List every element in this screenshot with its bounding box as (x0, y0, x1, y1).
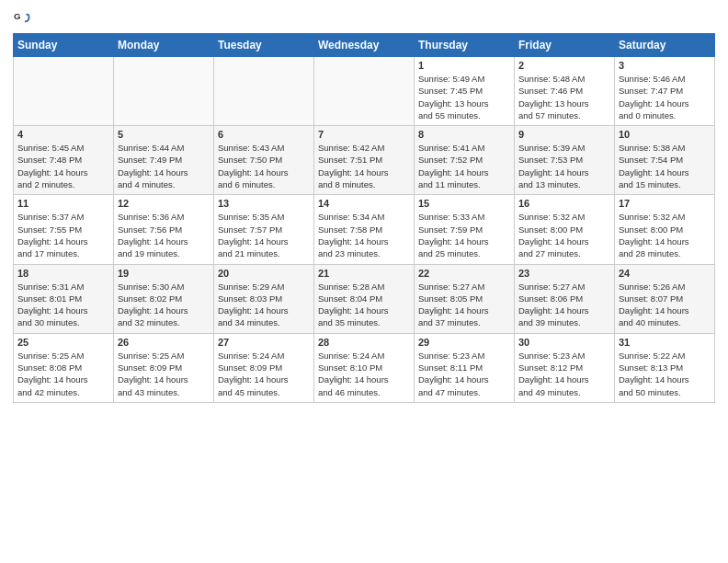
day-number: 16 (518, 198, 610, 209)
day-number: 26 (118, 337, 210, 348)
calendar-cell: 25Sunrise: 5:25 AMSunset: 8:08 PMDayligh… (14, 333, 114, 402)
week-row-3: 11Sunrise: 5:37 AMSunset: 7:55 PMDayligh… (14, 195, 715, 264)
day-number: 22 (418, 268, 510, 279)
day-info: Sunrise: 5:22 AMSunset: 8:13 PMDaylight:… (619, 350, 711, 398)
day-number: 1 (418, 60, 510, 71)
calendar-cell (314, 57, 415, 126)
logo: G (13, 9, 32, 26)
day-number: 21 (318, 268, 410, 279)
calendar-cell: 2Sunrise: 5:48 AMSunset: 7:46 PMDaylight… (515, 57, 615, 126)
day-info: Sunrise: 5:27 AMSunset: 8:05 PMDaylight:… (418, 281, 510, 329)
day-info: Sunrise: 5:34 AMSunset: 7:58 PMDaylight:… (318, 211, 410, 259)
calendar-cell (214, 57, 314, 126)
day-number: 5 (118, 129, 210, 140)
day-info: Sunrise: 5:23 AMSunset: 8:11 PMDaylight:… (418, 350, 510, 398)
calendar-cell: 6Sunrise: 5:43 AMSunset: 7:50 PMDaylight… (214, 126, 314, 195)
day-info: Sunrise: 5:32 AMSunset: 8:00 PMDaylight:… (619, 211, 711, 259)
calendar-cell: 31Sunrise: 5:22 AMSunset: 8:13 PMDayligh… (615, 333, 715, 402)
page: G SundayMondayTuesdayWednesdayThursdayFr… (0, 0, 728, 563)
day-info: Sunrise: 5:33 AMSunset: 7:59 PMDaylight:… (418, 211, 510, 259)
calendar-cell: 10Sunrise: 5:38 AMSunset: 7:54 PMDayligh… (615, 126, 715, 195)
calendar-cell: 12Sunrise: 5:36 AMSunset: 7:56 PMDayligh… (114, 195, 214, 264)
calendar-cell: 18Sunrise: 5:31 AMSunset: 8:01 PMDayligh… (14, 264, 114, 333)
calendar-cell: 24Sunrise: 5:26 AMSunset: 8:07 PMDayligh… (615, 264, 715, 333)
day-number: 20 (218, 268, 310, 279)
day-info: Sunrise: 5:30 AMSunset: 8:02 PMDaylight:… (118, 281, 210, 329)
day-number: 4 (17, 129, 109, 140)
calendar-cell: 7Sunrise: 5:42 AMSunset: 7:51 PMDaylight… (314, 126, 415, 195)
calendar-cell: 23Sunrise: 5:27 AMSunset: 8:06 PMDayligh… (515, 264, 615, 333)
weekday-wednesday: Wednesday (314, 34, 415, 57)
day-number: 24 (619, 268, 711, 279)
calendar-cell: 30Sunrise: 5:23 AMSunset: 8:12 PMDayligh… (515, 333, 615, 402)
day-number: 23 (518, 268, 610, 279)
calendar-cell: 22Sunrise: 5:27 AMSunset: 8:05 PMDayligh… (415, 264, 515, 333)
day-number: 8 (418, 129, 510, 140)
day-info: Sunrise: 5:36 AMSunset: 7:56 PMDaylight:… (118, 211, 210, 259)
calendar-cell: 16Sunrise: 5:32 AMSunset: 8:00 PMDayligh… (515, 195, 615, 264)
day-number: 12 (118, 198, 210, 209)
day-info: Sunrise: 5:42 AMSunset: 7:51 PMDaylight:… (318, 142, 410, 190)
day-info: Sunrise: 5:43 AMSunset: 7:50 PMDaylight:… (218, 142, 310, 190)
day-number: 2 (518, 60, 610, 71)
day-info: Sunrise: 5:27 AMSunset: 8:06 PMDaylight:… (518, 281, 610, 329)
calendar-cell: 8Sunrise: 5:41 AMSunset: 7:52 PMDaylight… (415, 126, 515, 195)
weekday-sunday: Sunday (14, 34, 114, 57)
calendar-cell: 26Sunrise: 5:25 AMSunset: 8:09 PMDayligh… (114, 333, 214, 402)
day-info: Sunrise: 5:32 AMSunset: 8:00 PMDaylight:… (518, 211, 610, 259)
weekday-thursday: Thursday (415, 34, 515, 57)
day-info: Sunrise: 5:25 AMSunset: 8:09 PMDaylight:… (118, 350, 210, 398)
day-info: Sunrise: 5:25 AMSunset: 8:08 PMDaylight:… (17, 350, 109, 398)
day-number: 9 (518, 129, 610, 140)
day-info: Sunrise: 5:35 AMSunset: 7:57 PMDaylight:… (218, 211, 310, 259)
logo-icon: G (14, 9, 30, 26)
day-info: Sunrise: 5:37 AMSunset: 7:55 PMDaylight:… (17, 211, 109, 259)
day-info: Sunrise: 5:24 AMSunset: 8:09 PMDaylight:… (218, 350, 310, 398)
calendar-cell: 28Sunrise: 5:24 AMSunset: 8:10 PMDayligh… (314, 333, 415, 402)
day-number: 3 (619, 60, 711, 71)
calendar-cell (114, 57, 214, 126)
day-info: Sunrise: 5:28 AMSunset: 8:04 PMDaylight:… (318, 281, 410, 329)
week-row-2: 4Sunrise: 5:45 AMSunset: 7:48 PMDaylight… (14, 126, 715, 195)
calendar-cell: 3Sunrise: 5:46 AMSunset: 7:47 PMDaylight… (615, 57, 715, 126)
day-info: Sunrise: 5:38 AMSunset: 7:54 PMDaylight:… (619, 142, 711, 190)
day-info: Sunrise: 5:39 AMSunset: 7:53 PMDaylight:… (518, 142, 610, 190)
day-number: 25 (17, 337, 109, 348)
calendar-cell: 19Sunrise: 5:30 AMSunset: 8:02 PMDayligh… (114, 264, 214, 333)
day-number: 17 (619, 198, 711, 209)
calendar-cell: 11Sunrise: 5:37 AMSunset: 7:55 PMDayligh… (14, 195, 114, 264)
calendar-cell: 9Sunrise: 5:39 AMSunset: 7:53 PMDaylight… (515, 126, 615, 195)
calendar-cell: 20Sunrise: 5:29 AMSunset: 8:03 PMDayligh… (214, 264, 314, 333)
header: G (13, 9, 715, 26)
day-number: 7 (318, 129, 410, 140)
weekday-friday: Friday (515, 34, 615, 57)
calendar-cell: 4Sunrise: 5:45 AMSunset: 7:48 PMDaylight… (14, 126, 114, 195)
day-number: 27 (218, 337, 310, 348)
day-info: Sunrise: 5:45 AMSunset: 7:48 PMDaylight:… (17, 142, 109, 190)
calendar-cell: 14Sunrise: 5:34 AMSunset: 7:58 PMDayligh… (314, 195, 415, 264)
day-info: Sunrise: 5:24 AMSunset: 8:10 PMDaylight:… (318, 350, 410, 398)
day-number: 29 (418, 337, 510, 348)
day-number: 19 (118, 268, 210, 279)
day-info: Sunrise: 5:48 AMSunset: 7:46 PMDaylight:… (518, 73, 610, 121)
day-info: Sunrise: 5:41 AMSunset: 7:52 PMDaylight:… (418, 142, 510, 190)
weekday-tuesday: Tuesday (214, 34, 314, 57)
day-info: Sunrise: 5:29 AMSunset: 8:03 PMDaylight:… (218, 281, 310, 329)
day-number: 18 (17, 268, 109, 279)
day-number: 31 (619, 337, 711, 348)
day-number: 30 (518, 337, 610, 348)
day-info: Sunrise: 5:49 AMSunset: 7:45 PMDaylight:… (418, 73, 510, 121)
calendar-cell (14, 57, 114, 126)
week-row-4: 18Sunrise: 5:31 AMSunset: 8:01 PMDayligh… (14, 264, 715, 333)
calendar-cell: 5Sunrise: 5:44 AMSunset: 7:49 PMDaylight… (114, 126, 214, 195)
weekday-monday: Monday (114, 34, 214, 57)
calendar-cell: 1Sunrise: 5:49 AMSunset: 7:45 PMDaylight… (415, 57, 515, 126)
day-info: Sunrise: 5:31 AMSunset: 8:01 PMDaylight:… (17, 281, 109, 329)
day-info: Sunrise: 5:26 AMSunset: 8:07 PMDaylight:… (619, 281, 711, 329)
calendar-cell: 29Sunrise: 5:23 AMSunset: 8:11 PMDayligh… (415, 333, 515, 402)
day-number: 13 (218, 198, 310, 209)
day-number: 15 (418, 198, 510, 209)
svg-text:G: G (14, 11, 21, 21)
calendar-table: SundayMondayTuesdayWednesdayThursdayFrid… (13, 33, 715, 403)
calendar-cell: 15Sunrise: 5:33 AMSunset: 7:59 PMDayligh… (415, 195, 515, 264)
